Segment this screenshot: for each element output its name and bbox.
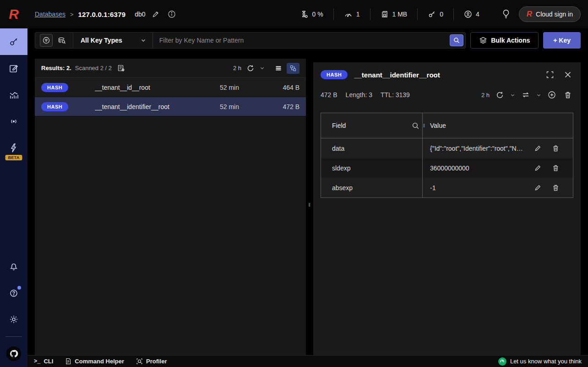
tree-view-button[interactable] (287, 63, 299, 74)
filter-by-type-button[interactable] (40, 34, 53, 47)
auto-refresh-dropdown[interactable] (260, 66, 265, 71)
insights-trigger[interactable] (490, 9, 519, 19)
sidebar-item-notifications[interactable] (0, 253, 27, 279)
filter-group: All Key Types (35, 32, 466, 49)
value-header-label: Value (430, 122, 446, 129)
command-helper-toggle[interactable]: Command Helper (65, 358, 124, 365)
trash-icon (552, 145, 559, 152)
key-ttl-value: 3139 (396, 91, 410, 99)
breadcrumb-databases-link[interactable]: Databases (35, 11, 65, 18)
field-value: 36000000000 (430, 164, 526, 172)
breadcrumb-separator: > (70, 11, 74, 18)
add-field-button[interactable] (546, 89, 558, 101)
profiler-toggle[interactable]: Profiler (136, 358, 167, 365)
search-by-values-button[interactable] (55, 34, 68, 46)
pubsub-icon (8, 116, 19, 127)
feedback-label: Let us know what you think (510, 358, 582, 365)
row-actions (533, 182, 566, 193)
main-area: Databases > 127.0.0.1:6379 db0 (27, 0, 588, 367)
bulk-actions-button[interactable]: Bulk Actions (470, 32, 539, 49)
delete-field-button[interactable] (550, 163, 561, 174)
header-stats: 0 % 1 (290, 6, 581, 22)
edit-field-button[interactable] (533, 182, 543, 193)
bottom-bar: >_ CLI Command Helper Profiler (27, 355, 588, 367)
redis-logo[interactable]: R (0, 0, 27, 28)
feedback-link[interactable]: Let us know what you think (498, 357, 582, 366)
hash-field-row[interactable]: data {"Id":"root","Identifier":"root","N… (321, 138, 573, 158)
edit-field-button[interactable] (533, 143, 543, 153)
field-value: -1 (430, 184, 526, 192)
chevron-down-icon (141, 38, 146, 43)
row-actions (533, 143, 566, 154)
sidebar-item-pubsub[interactable] (0, 108, 27, 135)
stat-memory-value: 1 MB (392, 11, 408, 18)
last-refresh-label: 2 h (233, 65, 241, 71)
add-key-button[interactable]: + Key (543, 32, 581, 49)
delete-key-button[interactable] (562, 89, 573, 101)
edit-alias-button[interactable] (150, 9, 161, 20)
tree-view-icon (289, 65, 297, 72)
fullscreen-button[interactable] (544, 69, 556, 81)
close-icon (564, 71, 572, 78)
scan-more-settings-button[interactable] (115, 62, 127, 74)
cpu-usage-icon (300, 10, 309, 18)
stat-keys: 0 (418, 10, 453, 18)
key-filter-input[interactable] (153, 37, 465, 44)
total-keys-icon (428, 10, 436, 18)
cloud-sign-in-button[interactable]: R Cloud sign in (519, 6, 581, 22)
refresh-icon (247, 65, 254, 72)
sidebar-item-github[interactable] (0, 340, 27, 367)
stat-clients-value: 4 (476, 11, 479, 18)
details-auto-refresh-dropdown[interactable] (510, 93, 515, 98)
sidebar-item-analytics[interactable] (0, 82, 27, 108)
formatter-dropdown[interactable] (536, 93, 541, 98)
pencil-icon (534, 184, 541, 191)
key-details-panel: HASH __tenant__identifier__root 472 (313, 62, 581, 355)
refresh-details-button[interactable] (494, 89, 506, 101)
trash-icon (552, 184, 559, 192)
view-toggle (272, 63, 299, 74)
key-icon (8, 36, 19, 47)
hash-fields-table: Field ‖ Value d (321, 113, 573, 198)
workspace: Results: 2. Scanned 2 / 2 2 h (27, 54, 588, 355)
bell-icon (8, 261, 19, 272)
value-column-header: Value (423, 113, 573, 138)
db-index-label: db0 (135, 11, 145, 18)
search-fields-button[interactable] (412, 122, 420, 130)
list-view-icon (275, 65, 282, 72)
delete-field-button[interactable] (550, 182, 561, 193)
panel-resize-handle[interactable]: ‖ (306, 54, 313, 355)
stat-commands: 1 (334, 10, 370, 19)
sidebar-item-triggers-functions[interactable]: BETA (0, 135, 27, 161)
fullscreen-icon (546, 71, 554, 79)
row-actions (533, 163, 566, 174)
info-icon (168, 10, 176, 18)
sidebar-item-settings[interactable] (0, 306, 27, 333)
list-view-button[interactable] (272, 63, 285, 74)
key-row[interactable]: HASH __tenant__id__root 52 min 464 B (35, 78, 306, 97)
sidebar-item-workbench[interactable] (0, 55, 27, 82)
search-icon (453, 37, 460, 44)
selected-key-name: __tenant__identifier__root (354, 71, 538, 79)
hash-field-row[interactable]: sldexp 36000000000 (321, 158, 573, 178)
instance-info-button[interactable] (166, 8, 178, 20)
column-resize-handle[interactable]: ‖ (423, 123, 425, 128)
redis-logo-mark: R (9, 7, 19, 21)
filter-row: All Key Types (35, 32, 581, 49)
delete-field-button[interactable] (550, 143, 561, 154)
key-length-label: Length: (346, 91, 367, 99)
key-ttl-label: TTL: (381, 91, 394, 99)
close-details-button[interactable] (562, 69, 573, 80)
apply-filter-button[interactable] (450, 34, 463, 46)
breadcrumb: Databases > 127.0.0.1:6379 db0 (35, 8, 178, 20)
edit-field-button[interactable] (533, 163, 543, 173)
sidebar-item-help[interactable] (0, 279, 27, 306)
refresh-keys-button[interactable] (245, 63, 256, 74)
details-last-refresh-label: 2 h (481, 92, 490, 99)
key-row-selected[interactable]: HASH __tenant__identifier__root 52 min 4… (35, 97, 306, 116)
sidebar-item-browser[interactable] (0, 28, 27, 55)
key-type-select[interactable]: All Key Types (73, 33, 153, 48)
cli-toggle[interactable]: >_ CLI (34, 358, 53, 365)
hash-field-row[interactable]: absexp -1 (321, 178, 573, 197)
value-formatter-button[interactable] (520, 89, 532, 100)
